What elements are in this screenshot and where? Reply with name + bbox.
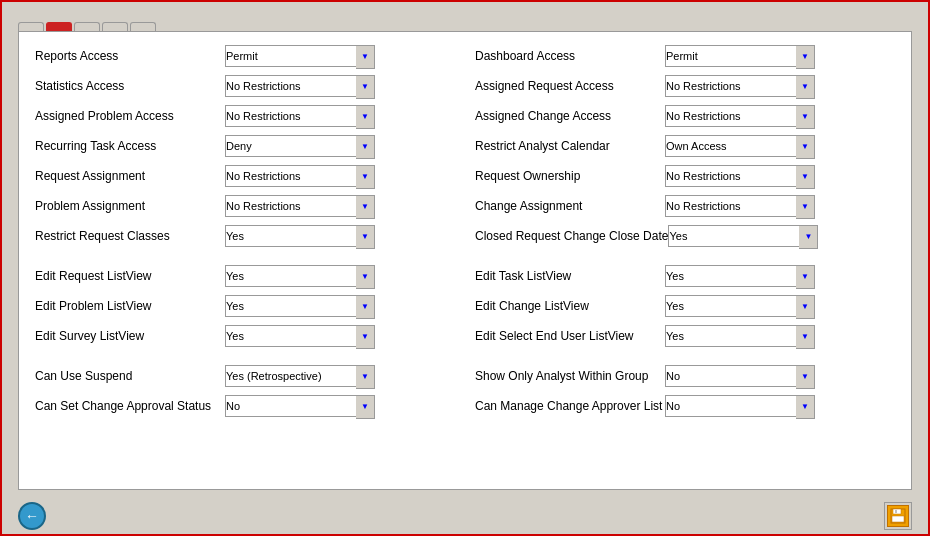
page-title xyxy=(2,2,928,22)
left-spacer-7 xyxy=(35,254,455,264)
right-select-1[interactable]: PermitDenyNo RestrictionsRestrictions xyxy=(665,75,815,97)
form-row: Edit Request ListViewYesNo xyxy=(35,264,455,288)
back-button[interactable]: ← xyxy=(18,502,46,530)
content-area: Reports AccessPermitDenyNo RestrictionsS… xyxy=(18,31,912,490)
save-button[interactable] xyxy=(884,502,912,530)
form-row: Restrict Analyst CalendarOwn AccessNo Re… xyxy=(475,134,895,158)
form-row: Can Use SuspendYesYes (Retrospective)No xyxy=(35,364,455,388)
form-row: Reports AccessPermitDenyNo Restrictions xyxy=(35,44,455,68)
left-label-8: Edit Request ListView xyxy=(35,269,225,283)
left-select-9[interactable]: YesNo xyxy=(225,295,375,317)
form-row: Request AssignmentPermitDenyNo Restricti… xyxy=(35,164,455,188)
right-select-6[interactable]: YesNo xyxy=(668,225,818,247)
left-select-8[interactable]: YesNo xyxy=(225,265,375,287)
right-column: Dashboard AccessPermitDenyNo Restriction… xyxy=(475,44,895,424)
right-label-6: Closed Request Change Close Date xyxy=(475,229,668,243)
left-select-10[interactable]: YesNo xyxy=(225,325,375,347)
right-select-10[interactable]: YesNo xyxy=(665,325,815,347)
form-row: Recurring Task AccessPermitDenyNo Restri… xyxy=(35,134,455,158)
form-row: Closed Request Change Close DateYesNo xyxy=(475,224,895,248)
left-label-12: Can Use Suspend xyxy=(35,369,225,383)
form-row: Can Manage Change Approver ListYesNo xyxy=(475,394,895,418)
left-label-1: Statistics Access xyxy=(35,79,225,93)
left-select-4[interactable]: PermitDenyNo RestrictionsRestrictions xyxy=(225,165,375,187)
left-select-13[interactable]: YesNo xyxy=(225,395,375,417)
form-row: Assigned Request AccessPermitDenyNo Rest… xyxy=(475,74,895,98)
right-spacer-7 xyxy=(475,254,895,264)
left-label-5: Problem Assignment xyxy=(35,199,225,213)
right-spacer-11 xyxy=(475,354,895,364)
form-row: Edit Problem ListViewYesNo xyxy=(35,294,455,318)
right-label-12: Show Only Analyst Within Group xyxy=(475,369,665,383)
right-select-9[interactable]: YesNo xyxy=(665,295,815,317)
form-row: Edit Survey ListViewYesNo xyxy=(35,324,455,348)
left-label-13: Can Set Change Approval Status xyxy=(35,399,225,413)
tab-general[interactable] xyxy=(18,22,44,31)
right-label-9: Edit Change ListView xyxy=(475,299,665,313)
tab-site[interactable] xyxy=(74,22,100,31)
right-label-13: Can Manage Change Approver List xyxy=(475,399,665,413)
form-row: Assigned Problem AccessPermitDenyNo Rest… xyxy=(35,104,455,128)
tabs-bar xyxy=(2,22,928,31)
left-label-4: Request Assignment xyxy=(35,169,225,183)
svg-rect-3 xyxy=(895,510,897,513)
left-label-3: Recurring Task Access xyxy=(35,139,225,153)
form-row: Edit Change ListViewYesNo xyxy=(475,294,895,318)
right-label-10: Edit Select End User ListView xyxy=(475,329,665,343)
form-row: Problem AssignmentPermitDenyNo Restricti… xyxy=(35,194,455,218)
left-column: Reports AccessPermitDenyNo RestrictionsS… xyxy=(35,44,455,424)
left-label-6: Restrict Request Classes xyxy=(35,229,225,243)
right-select-2[interactable]: PermitDenyNo RestrictionsRestrictions xyxy=(665,105,815,127)
svg-rect-2 xyxy=(892,516,904,522)
bottom-bar: ← xyxy=(2,498,928,534)
right-label-3: Restrict Analyst Calendar xyxy=(475,139,665,153)
form-row: Dashboard AccessPermitDenyNo Restriction… xyxy=(475,44,895,68)
right-select-3[interactable]: Own AccessNo RestrictionsRestrictions xyxy=(665,135,815,157)
left-select-5[interactable]: PermitDenyNo RestrictionsRestrictions xyxy=(225,195,375,217)
tab-escalation[interactable] xyxy=(130,22,156,31)
tab-access[interactable] xyxy=(46,22,72,31)
form-row: Edit Task ListViewYesNo xyxy=(475,264,895,288)
form-row: Request OwnershipNo RestrictionsRestrict… xyxy=(475,164,895,188)
form-row: Restrict Request ClassesYesNo xyxy=(35,224,455,248)
form-row: Assigned Change AccessPermitDenyNo Restr… xyxy=(475,104,895,128)
form-row: Show Only Analyst Within GroupYesNo xyxy=(475,364,895,388)
form-row: Can Set Change Approval StatusYesNo xyxy=(35,394,455,418)
form-row: Edit Select End User ListViewYesNo xyxy=(475,324,895,348)
right-label-4: Request Ownership xyxy=(475,169,665,183)
left-spacer-11 xyxy=(35,354,455,364)
left-select-12[interactable]: YesYes (Retrospective)No xyxy=(225,365,375,387)
left-select-2[interactable]: PermitDenyNo Restrictions xyxy=(225,105,375,127)
right-select-8[interactable]: YesNo xyxy=(665,265,815,287)
left-select-1[interactable]: PermitDenyNo Restrictions xyxy=(225,75,375,97)
left-label-2: Assigned Problem Access xyxy=(35,109,225,123)
left-label-9: Edit Problem ListView xyxy=(35,299,225,313)
right-select-13[interactable]: YesNo xyxy=(665,395,815,417)
left-select-0[interactable]: PermitDenyNo Restrictions xyxy=(225,45,375,67)
form-row: Statistics AccessPermitDenyNo Restrictio… xyxy=(35,74,455,98)
right-select-12[interactable]: YesNo xyxy=(665,365,815,387)
form-grid: Reports AccessPermitDenyNo RestrictionsS… xyxy=(35,44,895,424)
right-label-0: Dashboard Access xyxy=(475,49,665,63)
main-window: Reports AccessPermitDenyNo RestrictionsS… xyxy=(0,0,930,536)
right-select-5[interactable]: No RestrictionsRestrictions xyxy=(665,195,815,217)
right-select-4[interactable]: No RestrictionsRestrictions xyxy=(665,165,815,187)
right-label-1: Assigned Request Access xyxy=(475,79,665,93)
save-icon xyxy=(887,505,909,527)
right-label-8: Edit Task ListView xyxy=(475,269,665,283)
form-row: Change AssignmentNo RestrictionsRestrict… xyxy=(475,194,895,218)
left-label-10: Edit Survey ListView xyxy=(35,329,225,343)
left-select-6[interactable]: YesNo xyxy=(225,225,375,247)
right-label-5: Change Assignment xyxy=(475,199,665,213)
right-select-0[interactable]: PermitDenyNo Restrictions xyxy=(665,45,815,67)
left-label-0: Reports Access xyxy=(35,49,225,63)
right-label-2: Assigned Change Access xyxy=(475,109,665,123)
left-select-3[interactable]: PermitDenyNo Restrictions xyxy=(225,135,375,157)
tab-comment[interactable] xyxy=(102,22,128,31)
